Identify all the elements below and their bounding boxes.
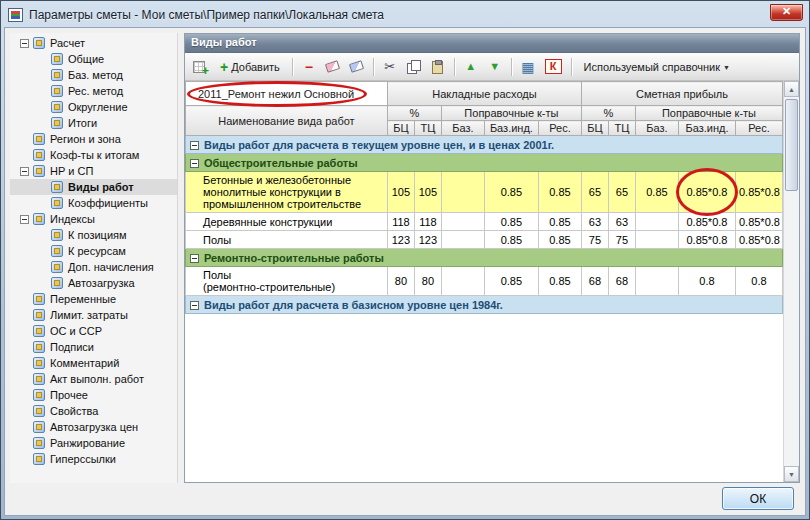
work-type-name[interactable]: Бетонные и железобетонные монолитные кон… — [186, 172, 388, 213]
value-cell[interactable] — [635, 213, 678, 231]
sidebar-item[interactable]: Виды работ — [10, 179, 177, 195]
annotated-value-cell[interactable]: 0.85*0.8 — [678, 172, 735, 213]
sidebar-item[interactable]: Расчет — [10, 35, 177, 51]
value-cell[interactable]: 0.85*0.8 — [735, 213, 782, 231]
sidebar-item[interactable]: Комментарий — [10, 355, 177, 371]
value-cell[interactable] — [441, 267, 484, 296]
sidebar-item[interactable]: Автозагрузка — [10, 275, 177, 291]
value-cell[interactable]: 65 — [608, 172, 635, 213]
sidebar-item[interactable]: Округление — [10, 99, 177, 115]
sidebar-item[interactable]: К позициям — [10, 227, 177, 243]
delete-button[interactable] — [298, 56, 320, 78]
sidebar-item[interactable]: Итоги — [10, 115, 177, 131]
add-row-button[interactable] — [189, 56, 211, 78]
value-cell[interactable] — [441, 231, 484, 249]
value-cell[interactable]: 0.8 — [735, 267, 782, 296]
collapse-icon[interactable] — [190, 254, 199, 263]
sidebar-item[interactable]: Ранжирование — [10, 435, 177, 451]
work-type-name[interactable]: Деревянные конструкции — [186, 213, 388, 231]
sidebar-item[interactable]: Свойства — [10, 403, 177, 419]
title-bar[interactable]: Параметры сметы - Мои сметы\Пример папки… — [4, 4, 806, 27]
value-cell[interactable]: 0.85 — [538, 213, 581, 231]
value-cell[interactable]: 68 — [608, 267, 635, 296]
value-cell[interactable]: 123 — [414, 231, 441, 249]
sidebar-item[interactable]: Прочее — [10, 387, 177, 403]
sidebar-item[interactable]: Общие — [10, 51, 177, 67]
value-cell[interactable]: 0.85 — [538, 231, 581, 249]
sidebar-item[interactable]: ОС и ССР — [10, 323, 177, 339]
sidebar-item[interactable]: Регион и зона — [10, 131, 177, 147]
value-cell[interactable]: 0.85 — [484, 213, 538, 231]
sidebar-item[interactable]: Индексы — [10, 211, 177, 227]
erase-button[interactable] — [322, 56, 344, 78]
ok-button[interactable]: ОК — [722, 487, 794, 510]
value-cell[interactable]: 118 — [387, 213, 414, 231]
sidebar-item[interactable]: Рес. метод — [10, 83, 177, 99]
value-cell[interactable]: 0.85 — [635, 172, 678, 213]
section-row-label[interactable]: Виды работ для расчета в текущем уровне … — [186, 136, 783, 154]
value-cell[interactable]: 105 — [414, 172, 441, 213]
reference-combo[interactable]: 2011_Ремонт нежил Основной — [196, 87, 356, 101]
collapse-icon[interactable] — [190, 301, 199, 310]
work-type-name[interactable]: Полы — [186, 231, 388, 249]
grid-button[interactable] — [517, 56, 539, 78]
sidebar-item[interactable]: Доп. начисления — [10, 259, 177, 275]
value-cell[interactable]: 0.85 — [484, 172, 538, 213]
copy-button[interactable] — [403, 56, 425, 78]
value-cell[interactable]: 65 — [581, 172, 608, 213]
sidebar-item[interactable]: Гиперссылки — [10, 451, 177, 467]
sidebar-item[interactable]: Подписи — [10, 339, 177, 355]
scrollbar-thumb[interactable] — [785, 99, 798, 191]
move-down-button[interactable] — [484, 56, 506, 78]
value-cell[interactable]: 0.85*0.8 — [735, 231, 782, 249]
close-button[interactable]: ✕ — [770, 4, 803, 21]
collapse-icon[interactable] — [190, 159, 199, 168]
sidebar-item[interactable]: Переменные — [10, 291, 177, 307]
value-cell[interactable] — [635, 267, 678, 296]
value-cell[interactable]: 118 — [414, 213, 441, 231]
value-cell[interactable]: 0.85 — [484, 267, 538, 296]
section-row-label[interactable]: Виды работ для расчета в базисном уровне… — [186, 296, 783, 314]
cut-button[interactable] — [379, 56, 401, 78]
value-cell[interactable]: 0.85*0.8 — [678, 231, 735, 249]
scroll-up-icon[interactable] — [784, 81, 799, 97]
collapse-icon[interactable] — [20, 215, 29, 224]
section-row-label[interactable]: Общестроительные работы — [186, 154, 783, 172]
value-cell[interactable] — [441, 172, 484, 213]
value-cell[interactable]: 75 — [581, 231, 608, 249]
k-coeff-button[interactable]: К — [541, 56, 566, 78]
section-row-label[interactable]: Ремонтно-строительные работы — [186, 249, 783, 267]
value-cell[interactable]: 0.85 — [538, 267, 581, 296]
sidebar-item[interactable]: Акт выполн. работ — [10, 371, 177, 387]
reference-dropdown[interactable]: Используемый справочник — [577, 56, 737, 78]
value-cell[interactable] — [635, 231, 678, 249]
sidebar-item[interactable]: Коэф-ты к итогам — [10, 147, 177, 163]
sidebar-item[interactable]: НР и СП — [10, 163, 177, 179]
value-cell[interactable] — [441, 213, 484, 231]
sidebar-item[interactable]: Баз. метод — [10, 67, 177, 83]
collapse-icon[interactable] — [20, 39, 29, 48]
value-cell[interactable]: 75 — [608, 231, 635, 249]
clear-button[interactable] — [346, 56, 368, 78]
move-up-button[interactable] — [460, 56, 482, 78]
value-cell[interactable]: 63 — [608, 213, 635, 231]
collapse-icon[interactable] — [190, 141, 199, 150]
value-cell[interactable]: 63 — [581, 213, 608, 231]
sidebar-item[interactable]: К ресурсам — [10, 243, 177, 259]
sidebar-item[interactable]: Лимит. затраты — [10, 307, 177, 323]
value-cell[interactable]: 0.85*0.8 — [735, 172, 782, 213]
work-type-name[interactable]: Полы (ремонтно-строительные) — [186, 267, 388, 296]
value-cell[interactable]: 0.85*0.8 — [678, 213, 735, 231]
value-cell[interactable]: 80 — [414, 267, 441, 296]
value-cell[interactable]: 0.85 — [484, 231, 538, 249]
value-cell[interactable]: 0.85 — [538, 172, 581, 213]
value-cell[interactable]: 105 — [387, 172, 414, 213]
scroll-down-icon[interactable] — [784, 466, 799, 482]
sidebar-item[interactable]: Автозагрузка цен — [10, 419, 177, 435]
value-cell[interactable]: 68 — [581, 267, 608, 296]
value-cell[interactable]: 123 — [387, 231, 414, 249]
sidebar-item[interactable]: Коэффициенты — [10, 195, 177, 211]
scrollbar-track[interactable] — [784, 97, 799, 466]
add-button[interactable]: Добавить — [213, 56, 287, 78]
vertical-scrollbar[interactable] — [783, 81, 799, 482]
